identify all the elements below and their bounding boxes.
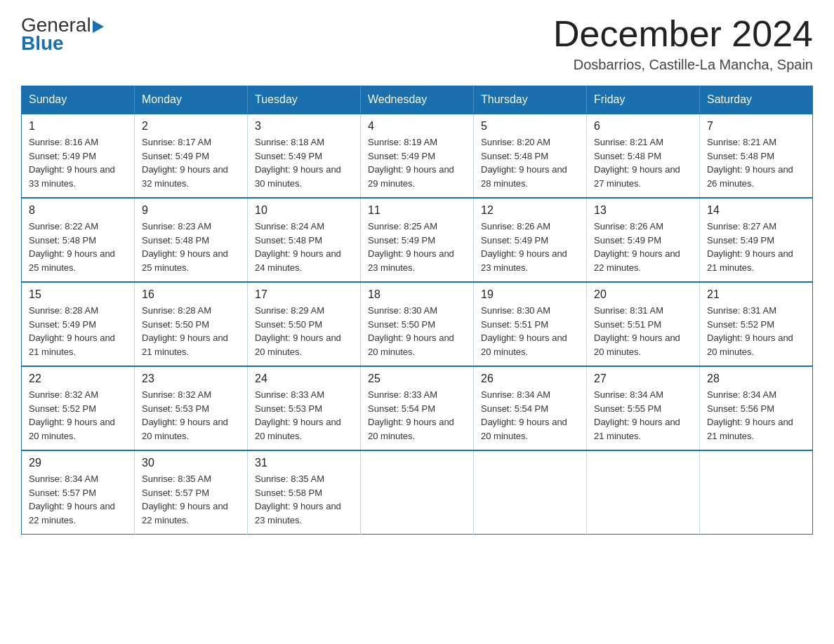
- calendar-day-cell: 13Sunrise: 8:26 AMSunset: 5:49 PMDayligh…: [587, 198, 700, 282]
- day-info: Sunrise: 8:26 AMSunset: 5:49 PMDaylight:…: [481, 220, 579, 274]
- calendar-day-cell: 8Sunrise: 8:22 AMSunset: 5:48 PMDaylight…: [22, 198, 135, 282]
- day-info: Sunrise: 8:31 AMSunset: 5:52 PMDaylight:…: [707, 304, 805, 358]
- day-number: 17: [255, 288, 353, 301]
- day-number: 23: [142, 373, 240, 385]
- calendar-day-header: Tuesday: [248, 86, 361, 114]
- calendar-day-cell: 17Sunrise: 8:29 AMSunset: 5:50 PMDayligh…: [248, 282, 361, 366]
- day-info: Sunrise: 8:31 AMSunset: 5:51 PMDaylight:…: [594, 304, 692, 358]
- calendar-day-cell: 16Sunrise: 8:28 AMSunset: 5:50 PMDayligh…: [135, 282, 248, 366]
- day-number: 27: [594, 373, 692, 385]
- logo: General Blue: [21, 14, 104, 55]
- calendar-day-cell: 12Sunrise: 8:26 AMSunset: 5:49 PMDayligh…: [474, 198, 587, 282]
- calendar-week-row: 22Sunrise: 8:32 AMSunset: 5:52 PMDayligh…: [22, 366, 813, 450]
- day-number: 21: [707, 288, 805, 301]
- day-number: 18: [368, 288, 466, 301]
- day-info: Sunrise: 8:33 AMSunset: 5:53 PMDaylight:…: [255, 388, 353, 443]
- day-info: Sunrise: 8:24 AMSunset: 5:48 PMDaylight:…: [255, 220, 353, 274]
- day-number: 13: [594, 204, 692, 217]
- day-number: 28: [707, 373, 805, 385]
- day-info: Sunrise: 8:26 AMSunset: 5:49 PMDaylight:…: [594, 220, 692, 274]
- day-info: Sunrise: 8:34 AMSunset: 5:57 PMDaylight:…: [29, 472, 127, 527]
- calendar-day-header: Wednesday: [361, 86, 474, 114]
- title-area: December 2024 Dosbarrios, Castille-La Ma…: [553, 14, 813, 73]
- day-info: Sunrise: 8:19 AMSunset: 5:49 PMDaylight:…: [368, 135, 466, 190]
- calendar-day-cell: 26Sunrise: 8:34 AMSunset: 5:54 PMDayligh…: [474, 366, 587, 450]
- day-info: Sunrise: 8:34 AMSunset: 5:55 PMDaylight:…: [594, 388, 692, 443]
- day-number: 7: [707, 120, 805, 133]
- calendar-week-row: 1Sunrise: 8:16 AMSunset: 5:49 PMDaylight…: [22, 114, 813, 198]
- calendar-day-cell: 3Sunrise: 8:18 AMSunset: 5:49 PMDaylight…: [248, 114, 361, 198]
- calendar-day-cell: 14Sunrise: 8:27 AMSunset: 5:49 PMDayligh…: [700, 198, 813, 282]
- logo-blue-text: Blue: [21, 32, 104, 55]
- calendar-day-cell: 6Sunrise: 8:21 AMSunset: 5:48 PMDaylight…: [587, 114, 700, 198]
- day-number: 25: [368, 373, 466, 385]
- day-number: 9: [142, 204, 240, 217]
- calendar-day-cell: 29Sunrise: 8:34 AMSunset: 5:57 PMDayligh…: [22, 450, 135, 535]
- day-number: 5: [481, 120, 579, 133]
- calendar-week-row: 15Sunrise: 8:28 AMSunset: 5:49 PMDayligh…: [22, 282, 813, 366]
- day-number: 31: [255, 457, 353, 469]
- day-info: Sunrise: 8:23 AMSunset: 5:48 PMDaylight:…: [142, 220, 240, 274]
- day-number: 11: [368, 204, 466, 217]
- day-number: 24: [255, 373, 353, 385]
- day-number: 1: [29, 120, 127, 133]
- calendar-day-cell: 28Sunrise: 8:34 AMSunset: 5:56 PMDayligh…: [700, 366, 813, 450]
- day-number: 16: [142, 288, 240, 301]
- calendar-day-cell: 2Sunrise: 8:17 AMSunset: 5:49 PMDaylight…: [135, 114, 248, 198]
- day-info: Sunrise: 8:20 AMSunset: 5:48 PMDaylight:…: [481, 135, 579, 190]
- calendar-week-row: 8Sunrise: 8:22 AMSunset: 5:48 PMDaylight…: [22, 198, 813, 282]
- day-number: 2: [142, 120, 240, 133]
- calendar-day-cell: 9Sunrise: 8:23 AMSunset: 5:48 PMDaylight…: [135, 198, 248, 282]
- calendar-day-cell: [587, 450, 700, 535]
- calendar-header-row: SundayMondayTuesdayWednesdayThursdayFrid…: [22, 86, 813, 114]
- calendar-day-header: Monday: [135, 86, 248, 114]
- day-number: 29: [29, 457, 127, 469]
- day-number: 30: [142, 457, 240, 469]
- calendar-day-cell: 5Sunrise: 8:20 AMSunset: 5:48 PMDaylight…: [474, 114, 587, 198]
- day-number: 15: [29, 288, 127, 301]
- calendar-day-cell: [700, 450, 813, 535]
- day-number: 8: [29, 204, 127, 217]
- calendar-day-header: Friday: [587, 86, 700, 114]
- calendar-day-cell: 27Sunrise: 8:34 AMSunset: 5:55 PMDayligh…: [587, 366, 700, 450]
- calendar-day-cell: 23Sunrise: 8:32 AMSunset: 5:53 PMDayligh…: [135, 366, 248, 450]
- calendar-day-cell: 21Sunrise: 8:31 AMSunset: 5:52 PMDayligh…: [700, 282, 813, 366]
- day-number: 19: [481, 288, 579, 301]
- day-number: 22: [29, 373, 127, 385]
- calendar-day-header: Sunday: [22, 86, 135, 114]
- calendar-day-cell: 7Sunrise: 8:21 AMSunset: 5:48 PMDaylight…: [700, 114, 813, 198]
- day-number: 12: [481, 204, 579, 217]
- calendar-day-cell: 30Sunrise: 8:35 AMSunset: 5:57 PMDayligh…: [135, 450, 248, 535]
- page-header: General Blue December 2024 Dosbarrios, C…: [21, 14, 813, 73]
- calendar-table: SundayMondayTuesdayWednesdayThursdayFrid…: [21, 86, 813, 535]
- day-info: Sunrise: 8:28 AMSunset: 5:49 PMDaylight:…: [29, 304, 127, 358]
- calendar-day-header: Saturday: [700, 86, 813, 114]
- calendar-week-row: 29Sunrise: 8:34 AMSunset: 5:57 PMDayligh…: [22, 450, 813, 535]
- day-number: 20: [594, 288, 692, 301]
- day-number: 10: [255, 204, 353, 217]
- day-number: 3: [255, 120, 353, 133]
- day-info: Sunrise: 8:28 AMSunset: 5:50 PMDaylight:…: [142, 304, 240, 358]
- day-info: Sunrise: 8:22 AMSunset: 5:48 PMDaylight:…: [29, 220, 127, 274]
- calendar-day-cell: 20Sunrise: 8:31 AMSunset: 5:51 PMDayligh…: [587, 282, 700, 366]
- day-info: Sunrise: 8:35 AMSunset: 5:58 PMDaylight:…: [255, 472, 353, 527]
- day-number: 14: [707, 204, 805, 217]
- day-info: Sunrise: 8:32 AMSunset: 5:53 PMDaylight:…: [142, 388, 240, 443]
- calendar-day-cell: 18Sunrise: 8:30 AMSunset: 5:50 PMDayligh…: [361, 282, 474, 366]
- day-info: Sunrise: 8:34 AMSunset: 5:56 PMDaylight:…: [707, 388, 805, 443]
- calendar-day-cell: 22Sunrise: 8:32 AMSunset: 5:52 PMDayligh…: [22, 366, 135, 450]
- day-info: Sunrise: 8:21 AMSunset: 5:48 PMDaylight:…: [707, 135, 805, 190]
- calendar-day-cell: 4Sunrise: 8:19 AMSunset: 5:49 PMDaylight…: [361, 114, 474, 198]
- calendar-day-cell: 24Sunrise: 8:33 AMSunset: 5:53 PMDayligh…: [248, 366, 361, 450]
- day-info: Sunrise: 8:16 AMSunset: 5:49 PMDaylight:…: [29, 135, 127, 190]
- day-info: Sunrise: 8:33 AMSunset: 5:54 PMDaylight:…: [368, 388, 466, 443]
- location-text: Dosbarrios, Castille-La Mancha, Spain: [553, 57, 813, 73]
- day-info: Sunrise: 8:29 AMSunset: 5:50 PMDaylight:…: [255, 304, 353, 358]
- day-info: Sunrise: 8:17 AMSunset: 5:49 PMDaylight:…: [142, 135, 240, 190]
- day-info: Sunrise: 8:18 AMSunset: 5:49 PMDaylight:…: [255, 135, 353, 190]
- month-title: December 2024: [553, 14, 813, 54]
- day-info: Sunrise: 8:30 AMSunset: 5:50 PMDaylight:…: [368, 304, 466, 358]
- calendar-day-cell: 25Sunrise: 8:33 AMSunset: 5:54 PMDayligh…: [361, 366, 474, 450]
- calendar-day-cell: 15Sunrise: 8:28 AMSunset: 5:49 PMDayligh…: [22, 282, 135, 366]
- calendar-day-cell: 10Sunrise: 8:24 AMSunset: 5:48 PMDayligh…: [248, 198, 361, 282]
